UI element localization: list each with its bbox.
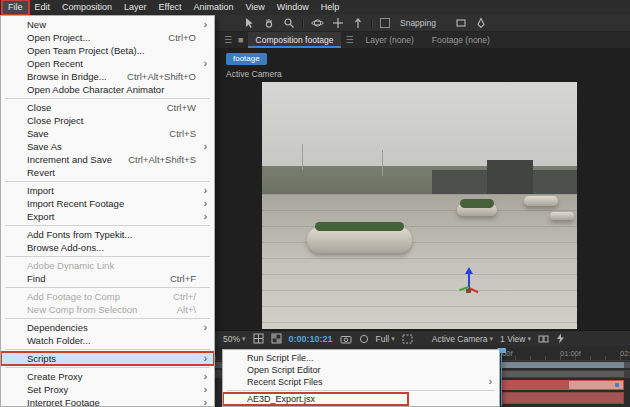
menubar-item-window[interactable]: Window	[271, 0, 315, 15]
photo-planter-small	[524, 196, 558, 206]
submenu-item-ae3d-export-jsx[interactable]: AE3D_Export.jsx	[223, 393, 408, 405]
chevron-down-icon: ▾	[242, 335, 246, 343]
scripts-submenu: Run Script File... Open Script Editor Re…	[222, 349, 500, 407]
rectangle-tool-icon[interactable]	[455, 17, 468, 29]
menu-separator	[5, 367, 210, 368]
file-menu-item-browse-in-bridge[interactable]: Browse in Bridge... Ctrl+Alt+Shift+O	[1, 70, 214, 83]
snapshot-camera-icon[interactable]	[340, 334, 352, 344]
submenu-item-open-script-editor[interactable]: Open Script Editor	[223, 364, 499, 376]
menubar-item-composition[interactable]: Composition	[56, 0, 118, 15]
view-layout-dropdown[interactable]: 1 View▾	[500, 334, 531, 344]
file-menu-item-save[interactable]: Save Ctrl+S	[1, 127, 214, 140]
photo-planter-small	[457, 204, 497, 216]
composition-name-chip[interactable]: footage	[226, 53, 267, 65]
null-object-marker	[466, 289, 471, 293]
file-menu-item-import[interactable]: Import	[1, 184, 214, 197]
work-area-bar[interactable]	[502, 362, 624, 368]
file-menu-item-add-footage-to-comp[interactable]: Add Footage to Comp Ctrl+/	[1, 290, 214, 303]
layer-bar-segment	[503, 381, 569, 389]
file-menu-item-open-character-animator[interactable]: Open Adobe Character Animator	[1, 83, 214, 96]
file-menu-item-close[interactable]: Close Ctrl+W	[1, 101, 214, 114]
layer-bar-red[interactable]	[502, 392, 624, 404]
menubar-item-view[interactable]: View	[239, 0, 270, 15]
photo-monument-center	[487, 160, 533, 194]
file-menu-item-import-recent-footage[interactable]: Import Recent Footage	[1, 197, 214, 210]
file-menu-item-set-proxy[interactable]: Set Proxy	[1, 383, 214, 396]
file-menu-item-save-as[interactable]: Save As	[1, 140, 214, 153]
file-menu-item-export[interactable]: Export	[1, 210, 214, 223]
viewer-image[interactable]	[262, 82, 577, 329]
grid-and-guides-icon[interactable]	[253, 333, 264, 344]
menubar-item-help[interactable]: Help	[315, 0, 346, 15]
menubar-item-file[interactable]: File	[2, 0, 29, 15]
zoom-tool-icon[interactable]	[282, 17, 295, 29]
photo-light-pole	[302, 144, 303, 170]
pan-camera-tool-icon[interactable]	[331, 17, 344, 29]
selection-tool-icon[interactable]	[242, 17, 255, 29]
file-menu-item-open-project[interactable]: Open Project... Ctrl+O	[1, 31, 214, 44]
3d-view-dropdown[interactable]: Active Camera▾	[432, 334, 493, 344]
composition-viewer-panel: footage Active Camera	[215, 48, 630, 330]
menubar-item-effect[interactable]: Effect	[153, 0, 188, 15]
file-menu: New Open Project... Ctrl+O Open Team Pro…	[0, 15, 215, 407]
file-menu-item-scripts[interactable]: Scripts	[1, 352, 214, 365]
active-camera-view-label: Active Camera	[226, 69, 282, 79]
file-menu-item-create-proxy[interactable]: Create Proxy	[1, 370, 214, 383]
submenu-item-run-script-file[interactable]: Run Script File...	[223, 352, 499, 364]
menubar-item-layer[interactable]: Layer	[118, 0, 153, 15]
layer-bar-gray[interactable]	[502, 371, 624, 377]
menubar-item-animation[interactable]: Animation	[187, 0, 239, 15]
file-menu-item-adobe-dynamic-link[interactable]: Adobe Dynamic Link	[1, 259, 214, 272]
file-menu-item-new-comp-from-selection[interactable]: New Comp from Selection Alt+\	[1, 303, 214, 316]
file-menu-item-dependencies[interactable]: Dependencies	[1, 321, 214, 334]
pixel-aspect-correction-icon[interactable]	[538, 334, 549, 344]
dolly-camera-tool-icon[interactable]	[351, 17, 364, 29]
resolution-dropdown[interactable]: Full▾	[376, 334, 395, 344]
chevron-down-icon: ▾	[527, 335, 531, 343]
keyframe-marker[interactable]	[615, 383, 619, 387]
panel-menu-icon[interactable]: ☰	[222, 35, 234, 45]
region-of-interest-icon[interactable]	[402, 334, 413, 344]
file-menu-item-interpret-footage[interactable]: Interpret Footage	[1, 396, 214, 407]
file-menu-item-add-fonts-from-typekit[interactable]: Add Fonts from Typekit...	[1, 228, 214, 241]
snapping-label: Snapping	[400, 18, 436, 28]
fast-previews-icon[interactable]	[556, 333, 565, 344]
tab-footage[interactable]: Footage (none)	[424, 32, 498, 48]
tab-menu-icon[interactable]: ☰	[343, 35, 355, 45]
file-menu-item-open-recent[interactable]: Open Recent	[1, 57, 214, 70]
menubar-item-edit[interactable]: Edit	[29, 0, 57, 15]
show-channels-icon[interactable]	[359, 334, 369, 344]
file-menu-item-browse-add-ons[interactable]: Browse Add-ons...	[1, 241, 214, 254]
after-effects-window: FileEditCompositionLayerEffectAnimationV…	[0, 0, 630, 407]
toolbar-divider	[302, 18, 304, 29]
layer-bar-pink[interactable]	[502, 380, 624, 390]
pen-tool-icon[interactable]	[475, 17, 488, 29]
snapping-checkbox[interactable]	[380, 18, 390, 28]
photo-planter-small	[550, 212, 574, 220]
file-menu-item-new[interactable]: New	[1, 18, 214, 31]
photo-planter-large	[307, 227, 412, 253]
file-menu-item-close-project[interactable]: Close Project	[1, 114, 214, 127]
file-menu-item-find[interactable]: Find Ctrl+F	[1, 272, 214, 285]
lock-icon[interactable]: ■	[236, 35, 245, 45]
3d-axis-gizmo[interactable]	[457, 270, 481, 298]
tab-layer[interactable]: Layer (none)	[358, 32, 422, 48]
photo-plaza	[262, 194, 577, 329]
file-menu-item-increment-and-save[interactable]: Increment and Save Ctrl+Alt+Shift+S	[1, 153, 214, 166]
toolbar-divider	[371, 18, 373, 29]
submenu-item-recent-script-files[interactable]: Recent Script Files	[223, 376, 499, 388]
orbit-camera-tool-icon[interactable]	[311, 17, 324, 29]
hand-tool-icon[interactable]	[262, 17, 275, 29]
photo-plants	[460, 199, 494, 208]
current-time-indicator[interactable]	[501, 348, 502, 406]
transparency-grid-icon[interactable]	[271, 333, 282, 344]
menu-bar: FileEditCompositionLayerEffectAnimationV…	[0, 0, 630, 15]
tab-composition[interactable]: Composition footage	[248, 32, 342, 48]
menu-separator	[5, 181, 210, 182]
current-timecode[interactable]: 0:00:10:21	[289, 334, 333, 344]
zoom-level-dropdown[interactable]: 50%▾	[223, 334, 246, 344]
file-menu-item-watch-folder[interactable]: Watch Folder...	[1, 334, 214, 347]
file-menu-item-revert[interactable]: Revert	[1, 166, 214, 179]
chevron-down-icon: ▾	[391, 335, 395, 343]
file-menu-item-open-team-project[interactable]: Open Team Project (Beta)...	[1, 44, 214, 57]
